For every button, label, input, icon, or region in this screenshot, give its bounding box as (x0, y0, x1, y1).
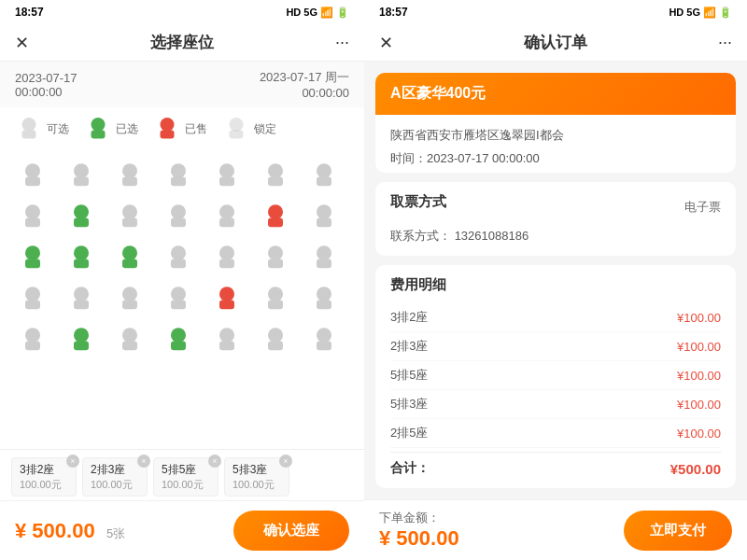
svg-point-2 (92, 118, 106, 132)
ticket-method-card: 取票方式 电子票 联系方式： 13261088186 (375, 182, 736, 256)
svg-rect-23 (25, 218, 40, 228)
seat-r5c4[interactable] (161, 322, 196, 357)
seat-r2c2[interactable] (63, 199, 99, 234)
svg-rect-35 (317, 218, 331, 228)
left-page-title: 选择座位 (150, 32, 214, 53)
tag-close-0[interactable]: × (66, 455, 79, 468)
seat-r4c1[interactable] (15, 281, 50, 316)
seat-r3c1[interactable] (15, 240, 50, 275)
svg-rect-25 (74, 218, 89, 228)
svg-rect-51 (25, 301, 40, 310)
svg-point-68 (122, 328, 137, 343)
svg-rect-69 (122, 342, 137, 351)
selected-seats-bar: × 3排2座 100.00元 × 2排3座 100.00元 × 5排5座 100… (0, 449, 364, 500)
svg-point-28 (171, 204, 186, 219)
svg-rect-75 (268, 342, 283, 351)
legend-available: 可选 (15, 115, 69, 143)
seat-r4c3[interactable] (112, 281, 148, 316)
right-menu-icon[interactable]: ··· (718, 33, 732, 52)
seat-r1c6[interactable] (258, 158, 293, 193)
svg-point-20 (317, 163, 331, 178)
seat-r5c1[interactable] (15, 322, 50, 357)
right-page-title: 确认订单 (524, 32, 587, 53)
selected-tag-0[interactable]: × 3排2座 100.00元 (11, 457, 77, 497)
selected-tag-2[interactable]: × 5排5座 100.00元 (153, 457, 218, 497)
svg-point-52 (74, 287, 89, 301)
right-time: 18:57 (379, 6, 408, 19)
svg-point-38 (74, 245, 89, 260)
selected-tag-3[interactable]: × 5排3座 100.00元 (224, 457, 289, 497)
seat-r2c5[interactable] (209, 199, 245, 234)
seat-r3c6[interactable] (258, 240, 293, 275)
seat-r1c7[interactable] (306, 158, 342, 193)
seat-r5c6[interactable] (258, 322, 293, 357)
ticket-method-value: 电子票 (684, 199, 721, 216)
svg-point-46 (268, 245, 283, 260)
seat-r2c1[interactable] (15, 199, 50, 234)
svg-point-50 (25, 287, 40, 301)
seat-r2c7[interactable] (306, 199, 342, 234)
seat-r5c3[interactable] (112, 322, 148, 357)
seat-r4c4[interactable] (161, 281, 196, 316)
seat-r1c2[interactable] (63, 158, 99, 193)
svg-rect-29 (171, 218, 186, 228)
svg-rect-13 (122, 177, 137, 187)
date-left: 2023-07-17 00:00:00 (15, 71, 78, 99)
seat-r2c3[interactable] (112, 199, 148, 234)
order-total-label: 下单金额： (379, 510, 459, 526)
order-title: A区豪华400元 (390, 84, 721, 104)
svg-rect-3 (92, 131, 106, 139)
svg-rect-49 (317, 259, 331, 269)
fee-item-3: 5排3座 ¥100.00 (390, 390, 721, 419)
tag-close-2[interactable]: × (208, 455, 221, 468)
confirm-select-button[interactable]: 确认选座 (233, 511, 349, 551)
fee-total-label: 合计： (390, 460, 430, 477)
seat-r3c7[interactable] (306, 240, 342, 275)
seat-r4c6[interactable] (258, 281, 293, 316)
left-menu-icon[interactable]: ··· (335, 33, 349, 52)
svg-rect-53 (74, 301, 89, 310)
svg-rect-37 (25, 259, 40, 269)
seat-r5c5[interactable] (209, 322, 245, 357)
seat-r1c4[interactable] (161, 158, 196, 193)
svg-rect-59 (219, 301, 234, 310)
right-close-icon[interactable]: ✕ (379, 33, 393, 53)
right-top-nav: ✕ 确认订单 ··· (364, 24, 747, 62)
pay-button[interactable]: 立即支付 (624, 511, 732, 551)
selected-seat-icon (84, 115, 112, 143)
date-row: 2023-07-17 00:00:00 2023-07-17 周一 00:00:… (0, 62, 364, 107)
svg-point-64 (25, 328, 40, 343)
svg-point-22 (25, 204, 40, 219)
tag-close-3[interactable]: × (279, 455, 292, 468)
svg-point-0 (22, 118, 36, 132)
seat-r1c5[interactable] (209, 158, 245, 193)
legend-selected: 已选 (84, 115, 138, 143)
seat-r1c1[interactable] (15, 158, 50, 193)
svg-rect-77 (317, 342, 331, 351)
seat-r3c2[interactable] (63, 240, 99, 275)
fee-item-0: 3排2座 ¥100.00 (390, 303, 721, 332)
svg-point-58 (219, 287, 234, 301)
seat-r2c6 (258, 199, 293, 234)
tag-close-1[interactable]: × (137, 455, 150, 468)
seat-r4c7[interactable] (306, 281, 342, 316)
seat-r3c3[interactable] (112, 240, 148, 275)
seat-r4c2[interactable] (63, 281, 99, 316)
svg-point-62 (317, 287, 331, 301)
ticket-method-row: 取票方式 电子票 (390, 193, 721, 220)
seat-r3c5[interactable] (209, 240, 245, 275)
svg-rect-71 (171, 342, 186, 351)
svg-rect-55 (122, 301, 137, 310)
seat-r5c2[interactable] (63, 322, 99, 357)
seat-r3c4[interactable] (161, 240, 196, 275)
selected-tag-1[interactable]: × 2排3座 100.00元 (82, 457, 148, 497)
left-close-icon[interactable]: ✕ (15, 33, 29, 53)
seat-r2c4[interactable] (161, 199, 196, 234)
seat-r1c3[interactable] (112, 158, 148, 193)
fee-section-title: 费用明细 (390, 276, 721, 294)
seat-r5c7[interactable] (306, 322, 342, 357)
svg-rect-45 (219, 259, 234, 269)
svg-rect-27 (122, 218, 137, 228)
left-top-nav: ✕ 选择座位 ··· (0, 24, 364, 62)
svg-point-36 (25, 245, 40, 260)
